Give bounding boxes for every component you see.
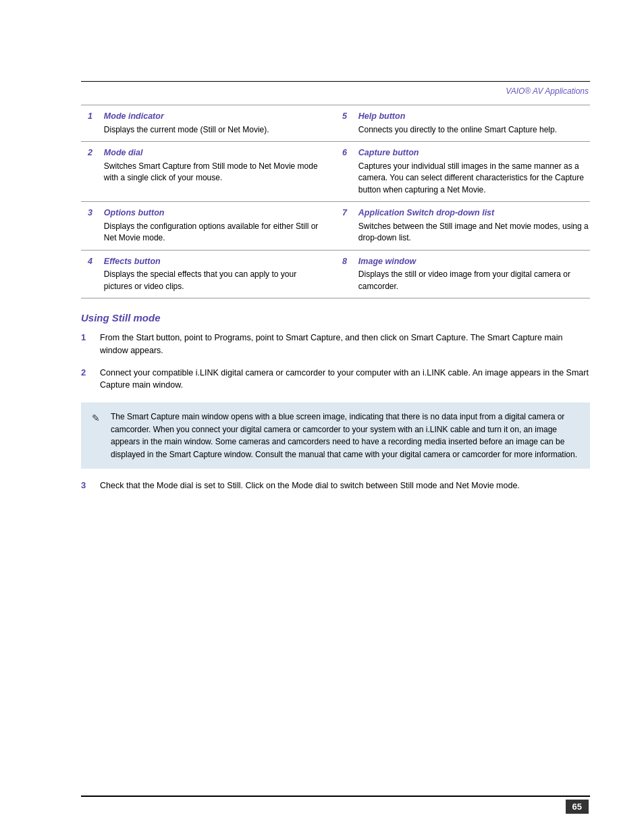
steps-list: 1 From the Start button, point to Progra…	[81, 332, 590, 492]
table-row: 1 Mode indicator Displays the current mo…	[81, 105, 590, 142]
feature-desc: Captures your individual still images in…	[358, 161, 584, 194]
row-left-num: 2	[81, 142, 97, 202]
page-container: VAIO® AV Applications 1 Mode indicator D…	[0, 0, 644, 834]
row-right-desc: Application Switch drop-down list Switch…	[352, 202, 590, 251]
feature-title: Mode indicator	[104, 111, 322, 123]
header-line	[81, 81, 590, 82]
feature-desc: Displays the still or video image from y…	[358, 269, 570, 291]
feature-desc: Displays the current mode (Still or Net …	[104, 125, 269, 134]
step-text: From the Start button, point to Programs…	[100, 332, 590, 357]
note-icon: ✎	[92, 411, 105, 425]
step-item: 3 Check that the Mode dial is set to Sti…	[81, 479, 590, 492]
row-right-desc: Image window Displays the still or video…	[352, 250, 590, 298]
feature-title: Options button	[104, 207, 322, 219]
row-left-desc: Options button Displays the configuratio…	[97, 202, 336, 251]
feature-title: Help button	[358, 111, 590, 123]
table-row: 2 Mode dial Switches Smart Capture from …	[81, 142, 590, 202]
footer-line	[81, 796, 590, 797]
note-text: The Smart Capture main window opens with…	[111, 411, 579, 461]
main-content: 1 Mode indicator Displays the current mo…	[81, 105, 590, 502]
feature-desc: Connects you directly to the online Smar…	[358, 125, 557, 134]
step-number: 3	[81, 479, 100, 490]
row-right-num: 6	[336, 142, 352, 202]
step-text: Check that the Mode dial is set to Still…	[100, 479, 590, 492]
row-left-desc: Effects button Displays the special effe…	[97, 250, 336, 298]
features-table: 1 Mode indicator Displays the current mo…	[81, 105, 590, 298]
feature-desc: Switches between the Still image and Net…	[358, 221, 589, 243]
row-left-num: 1	[81, 105, 97, 142]
feature-title: Effects button	[104, 256, 322, 268]
step-item: 1 From the Start button, point to Progra…	[81, 332, 590, 357]
row-right-num: 5	[336, 105, 352, 142]
table-row: 4 Effects button Displays the special ef…	[81, 250, 590, 298]
feature-title: Capture button	[358, 147, 590, 159]
step-number: 2	[81, 367, 100, 377]
row-left-num: 3	[81, 202, 97, 251]
row-left-desc: Mode indicator Displays the current mode…	[97, 105, 336, 142]
row-right-desc: Capture button Captures your individual …	[352, 142, 590, 202]
note-box: ✎ The Smart Capture main window opens wi…	[81, 402, 590, 469]
feature-desc: Switches Smart Capture from Still mode t…	[104, 161, 318, 183]
page-number: 65	[566, 800, 589, 814]
header-title: VAIO® AV Applications	[506, 86, 589, 96]
section-heading: Using Still mode	[81, 312, 590, 323]
feature-desc: Displays the special effects that you ca…	[104, 269, 296, 291]
feature-title: Application Switch drop-down list	[358, 207, 590, 219]
step-number: 1	[81, 332, 100, 342]
step-item: 2 Connect your compatible i.LINK digital…	[81, 367, 590, 392]
row-right-num: 8	[336, 250, 352, 298]
table-row: 3 Options button Displays the configurat…	[81, 202, 590, 251]
row-right-num: 7	[336, 202, 352, 251]
step-text: Connect your compatible i.LINK digital c…	[100, 367, 590, 392]
row-right-desc: Help button Connects you directly to the…	[352, 105, 590, 142]
feature-title: Image window	[358, 256, 590, 268]
row-left-desc: Mode dial Switches Smart Capture from St…	[97, 142, 336, 202]
row-left-num: 4	[81, 250, 97, 298]
feature-title: Mode dial	[104, 147, 322, 159]
feature-desc: Displays the configuration options avail…	[104, 221, 319, 243]
